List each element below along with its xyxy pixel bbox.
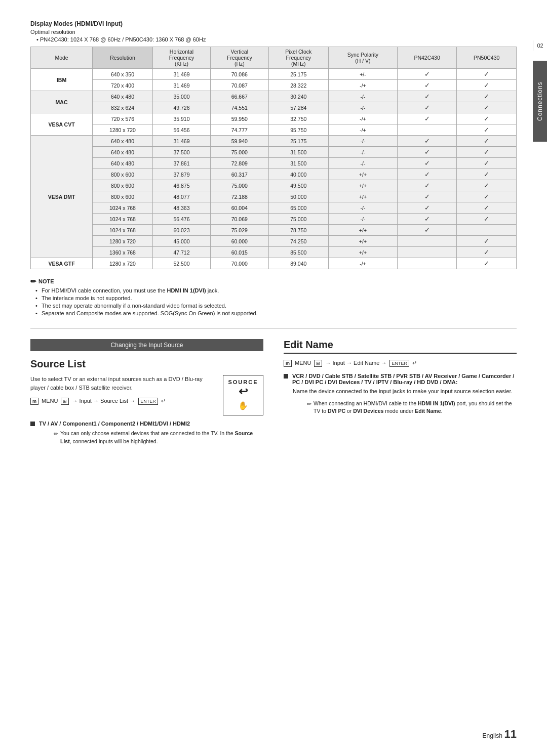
table-row: VESA GTF 1280 x 720 52.500 70.000 89.040… — [31, 258, 517, 269]
hfreq: 49.726 — [152, 102, 210, 113]
pn42 — [397, 247, 457, 258]
sync: -/- — [329, 91, 398, 102]
menu-text: MENU — [42, 398, 58, 404]
hfreq: 35.910 — [152, 113, 210, 124]
sync: +/+ — [329, 247, 398, 258]
pn42: ✓ — [397, 169, 457, 180]
hfreq: 31.469 — [152, 80, 210, 91]
enter-arrow: ↵ — [161, 398, 166, 404]
hfreq: 48.077 — [152, 191, 210, 202]
pn50: ✓ — [457, 113, 517, 124]
pencil-icon-edit: ✏ — [307, 400, 311, 416]
edit-name-heading: Edit Name — [284, 339, 517, 354]
enter-icon: ENTER — [138, 398, 158, 405]
pn50: ✓ — [457, 214, 517, 225]
res: 1024 x 768 — [93, 202, 153, 214]
col-resolution: Resolution — [93, 47, 153, 69]
menu-text-edit: MENU — [295, 360, 311, 366]
enter-arrow-edit: ↵ — [412, 360, 417, 366]
edit-sub-note: ✏ When connecting an HDMI/DVI cable to t… — [293, 400, 517, 416]
sync: -/+ — [329, 80, 398, 91]
sync: -/+ — [329, 258, 398, 269]
table-row: 1280 x 720 45.000 60.000 74.250 +/+ ✓ — [31, 236, 517, 247]
pn50: ✓ — [457, 91, 517, 102]
sync: +/- — [329, 69, 398, 80]
sync: -/- — [329, 147, 398, 158]
res: 640 x 480 — [93, 136, 153, 147]
res: 832 x 624 — [93, 102, 153, 113]
vfreq: 74.551 — [211, 102, 268, 113]
table-row: 1024 x 768 48.363 60.004 65.000 -/- ✓ ✓ — [31, 202, 517, 214]
table-row: MAC 640 x 480 35.000 66.667 30.240 -/- ✓… — [31, 91, 517, 102]
vfreq: 70.069 — [211, 214, 268, 225]
note-title: ✏ NOTE — [30, 277, 517, 285]
sync: -/- — [329, 136, 398, 147]
pclock: 85.500 — [268, 247, 329, 258]
res: 1360 x 768 — [93, 247, 153, 258]
pn50: ✓ — [457, 247, 517, 258]
sub-note: ✏ You can only choose external devices t… — [40, 430, 263, 446]
sync: +/+ — [329, 236, 398, 247]
pclock: 40.000 — [268, 169, 329, 180]
table-row: IBM 640 x 350 31.469 70.086 25.175 +/- ✓… — [31, 69, 517, 80]
col-pn42: PN42C430 — [397, 47, 457, 69]
pn50: ✓ — [457, 69, 517, 80]
pclock: 28.322 — [268, 80, 329, 91]
edit-bullet1-text: Name the device connected to the input j… — [293, 387, 517, 396]
menu-line-source: m MENU ⊞ → Input → Source List → ENTER ↵ — [30, 398, 218, 405]
res: 640 x 480 — [93, 147, 153, 158]
vfreq: 75.000 — [211, 180, 268, 191]
note-item-4: Separate and Composite modes are support… — [35, 310, 517, 316]
sync: +/+ — [329, 169, 398, 180]
col-mode: Mode — [31, 47, 93, 69]
pclock: 57.284 — [268, 102, 329, 113]
bullet-square-icon-edit — [284, 374, 288, 379]
menu-path-edit: → Input → Edit Name → — [325, 360, 386, 366]
hfreq: 37.861 — [152, 158, 210, 169]
pn42: ✓ — [397, 91, 457, 102]
footer: English 11 — [483, 728, 517, 741]
hfreq: 31.469 — [152, 136, 210, 147]
source-list-heading: Source List — [30, 358, 263, 370]
display-modes-title: Display Modes (HDMI/DVI Input) — [30, 20, 517, 27]
menu-icon-grid-edit: ⊞ — [314, 360, 322, 367]
res: 640 x 480 — [93, 158, 153, 169]
pclock: 78.750 — [268, 225, 329, 236]
res: 640 x 480 — [93, 91, 153, 102]
note-item-2: The interlace mode is not supported. — [35, 295, 517, 301]
pn50: ✓ — [457, 202, 517, 214]
sync: -/+ — [329, 113, 398, 124]
bullet1-body: ✏ You can only choose external devices t… — [30, 430, 263, 446]
res: 1024 x 768 — [93, 214, 153, 225]
pn50: ✓ — [457, 258, 517, 269]
note-item-1: For HDMI/DVI cable connection, you must … — [35, 287, 517, 293]
pn42: ✓ — [397, 136, 457, 147]
vfreq: 75.000 — [211, 147, 268, 158]
mode-vesa-cvt: VESA CVT — [31, 113, 93, 136]
pn42: ✓ — [397, 102, 457, 113]
bullet1-title: TV / AV / Component1 / Component2 / HDMI… — [30, 421, 263, 427]
pclock: 75.000 — [268, 214, 329, 225]
source-icon: ↩✋ — [238, 385, 249, 411]
mode-vesa-dmt: VESA DMT — [31, 136, 93, 258]
note-section: ✏ NOTE For HDMI/DVI cable connection, yo… — [30, 277, 517, 316]
vfreq: 60.000 — [211, 236, 268, 247]
table-row: 1280 x 720 56.456 74.777 95.750 -/+ ✓ — [31, 124, 517, 136]
vfreq: 59.950 — [211, 113, 268, 124]
res: 800 x 600 — [93, 191, 153, 202]
res: 1280 x 720 — [93, 236, 153, 247]
source-label: SOURCE — [228, 379, 258, 385]
vfreq: 66.667 — [211, 91, 268, 102]
table-row: 640 x 480 37.500 75.000 31.500 -/- ✓ ✓ — [31, 147, 517, 158]
vfreq: 60.015 — [211, 247, 268, 258]
pn42: ✓ — [397, 113, 457, 124]
bullet1-sub-text: You can only choose external devices tha… — [60, 430, 263, 446]
table-row: 800 x 600 37.879 60.317 40.000 +/+ ✓ ✓ — [31, 169, 517, 180]
pn42: ✓ — [397, 180, 457, 191]
pn50: ✓ — [457, 180, 517, 191]
pn50: ✓ — [457, 147, 517, 158]
hfreq: 37.500 — [152, 147, 210, 158]
col-sync: Sync Polarity(H / V) — [329, 47, 398, 69]
pn50: ✓ — [457, 236, 517, 247]
hfreq: 31.469 — [152, 69, 210, 80]
